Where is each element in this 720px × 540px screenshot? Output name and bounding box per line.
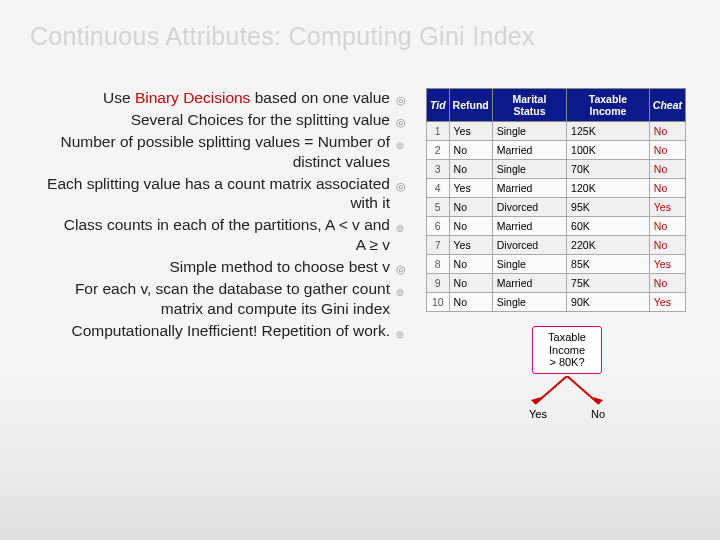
table-cell: No: [649, 141, 685, 160]
bullet-text: Number of possible splitting values = Nu…: [58, 132, 396, 172]
decision-node: Taxable Income > 80K?: [532, 326, 602, 374]
table-cell: No: [649, 122, 685, 141]
table-header: Marital Status: [492, 89, 566, 122]
data-table: TidRefundMarital StatusTaxable IncomeChe…: [426, 88, 686, 312]
bullet-item: Several Choices for the splitting value◎: [28, 110, 418, 130]
table-row: 2NoMarried100KNo: [427, 141, 686, 160]
table-cell: 95K: [567, 198, 650, 217]
table-cell: Married: [492, 274, 566, 293]
table-cell: Single: [492, 293, 566, 312]
table-cell: 90K: [567, 293, 650, 312]
table-cell: 85K: [567, 255, 650, 274]
main-bullet-icon: ◎: [396, 88, 418, 108]
sub-bullet-icon: ◎: [396, 132, 418, 172]
table-cell: Single: [492, 160, 566, 179]
table-row: 5NoDivorced95KYes: [427, 198, 686, 217]
sub-bullet-icon: ◎: [396, 279, 418, 319]
table-cell: 8: [427, 255, 450, 274]
table-cell: Married: [492, 217, 566, 236]
table-header: Refund: [449, 89, 492, 122]
bullet-text: For each v, scan the database to gather …: [58, 279, 396, 319]
decision-arrows: [426, 376, 708, 410]
table-cell: 125K: [567, 122, 650, 141]
bullet-text: Class counts in each of the partitions, …: [58, 215, 396, 255]
table-row: 9NoMarried75KNo: [427, 274, 686, 293]
table-cell: Yes: [449, 236, 492, 255]
table-header: Tid: [427, 89, 450, 122]
decision-line1: Taxable: [535, 331, 599, 344]
bullet-item: For each v, scan the database to gather …: [28, 279, 418, 319]
table-cell: No: [449, 141, 492, 160]
svg-line-2: [567, 376, 599, 404]
bullet-text: Computationally Inefficient! Repetition …: [58, 321, 396, 341]
table-cell: 100K: [567, 141, 650, 160]
decision-line2: Income: [535, 344, 599, 357]
table-cell: Yes: [449, 122, 492, 141]
bullet-list: Use Binary Decisions based on one value◎…: [0, 88, 418, 420]
table-cell: No: [649, 160, 685, 179]
table-cell: Single: [492, 122, 566, 141]
bullet-item: Simple method to choose best v◎: [28, 257, 418, 277]
table-cell: No: [649, 236, 685, 255]
table-cell: 120K: [567, 179, 650, 198]
table-cell: 9: [427, 274, 450, 293]
table-cell: Single: [492, 255, 566, 274]
bullet-item: Class counts in each of the partitions, …: [28, 215, 418, 255]
table-cell: Divorced: [492, 198, 566, 217]
table-cell: 4: [427, 179, 450, 198]
decision-line3: > 80K?: [535, 356, 599, 369]
svg-line-0: [535, 376, 567, 404]
main-bullet-icon: ◎: [396, 174, 418, 214]
table-cell: No: [649, 274, 685, 293]
table-cell: No: [649, 179, 685, 198]
main-bullet-icon: ◎: [396, 110, 418, 130]
table-header: Cheat: [649, 89, 685, 122]
table-cell: 6: [427, 217, 450, 236]
table-cell: Married: [492, 179, 566, 198]
main-bullet-icon: ◎: [396, 257, 418, 277]
table-row: 6NoMarried60KNo: [427, 217, 686, 236]
sub-bullet-icon: ◎: [396, 321, 418, 341]
table-cell: 70K: [567, 160, 650, 179]
table-row: 10NoSingle90KYes: [427, 293, 686, 312]
table-cell: Yes: [649, 198, 685, 217]
table-cell: No: [449, 255, 492, 274]
table-cell: 10: [427, 293, 450, 312]
outcome-yes: Yes: [529, 408, 547, 420]
bullet-item: Computationally Inefficient! Repetition …: [28, 321, 418, 341]
table-cell: No: [449, 160, 492, 179]
table-cell: Yes: [649, 255, 685, 274]
table-cell: Yes: [449, 179, 492, 198]
outcome-no: No: [591, 408, 605, 420]
sub-bullet-icon: ◎: [396, 215, 418, 255]
bullet-text: Each splitting value has a count matrix …: [28, 174, 396, 214]
table-cell: Yes: [649, 293, 685, 312]
bullet-text: Simple method to choose best v: [28, 257, 396, 277]
table-cell: 220K: [567, 236, 650, 255]
table-cell: No: [449, 293, 492, 312]
table-row: 3NoSingle70KNo: [427, 160, 686, 179]
bullet-text: Several Choices for the splitting value: [28, 110, 396, 130]
bullet-item: Use Binary Decisions based on one value◎: [28, 88, 418, 108]
bullet-item: Number of possible splitting values = Nu…: [28, 132, 418, 172]
slide-content: Use Binary Decisions based on one value◎…: [0, 88, 720, 420]
table-cell: No: [449, 217, 492, 236]
table-cell: No: [449, 198, 492, 217]
table-row: 8NoSingle85KYes: [427, 255, 686, 274]
table-row: 7YesDivorced220KNo: [427, 236, 686, 255]
slide-title: Continuous Attributes: Computing Gini In…: [30, 22, 535, 51]
table-cell: 3: [427, 160, 450, 179]
bullet-item: Each splitting value has a count matrix …: [28, 174, 418, 214]
table-header: Taxable Income: [567, 89, 650, 122]
bullet-text: Use Binary Decisions based on one value: [28, 88, 396, 108]
table-cell: 1: [427, 122, 450, 141]
table-cell: 7: [427, 236, 450, 255]
decision-outcomes: Yes No: [426, 408, 708, 420]
table-cell: Divorced: [492, 236, 566, 255]
table-cell: 75K: [567, 274, 650, 293]
table-cell: 60K: [567, 217, 650, 236]
table-row: 4YesMarried120KNo: [427, 179, 686, 198]
table-cell: Married: [492, 141, 566, 160]
table-cell: No: [449, 274, 492, 293]
data-table-area: TidRefundMarital StatusTaxable IncomeChe…: [418, 88, 708, 420]
